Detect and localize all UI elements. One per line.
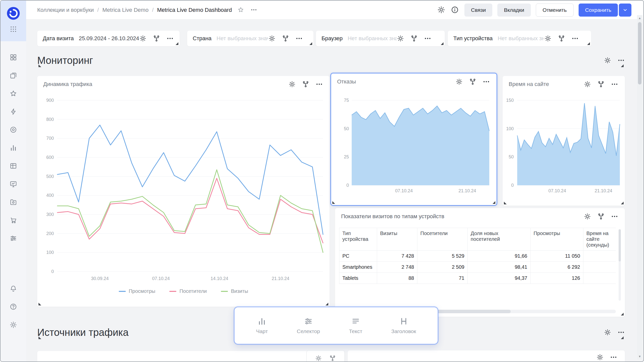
resize-handle[interactable]	[493, 201, 495, 204]
legend-item[interactable]: Визиты	[221, 288, 248, 294]
widget-links-icon[interactable]	[469, 78, 476, 85]
resize-handle[interactable]	[504, 202, 507, 204]
sidebar-item-services[interactable]	[9, 126, 17, 134]
widget-gear-icon[interactable]	[596, 353, 604, 361]
widget-device-table[interactable]: Показатели визитов по типам устройств Ти…	[335, 208, 625, 317]
sidebar-item-datasets[interactable]	[9, 162, 17, 170]
filter-country[interactable]: Страна Нет выбранных значений	[187, 31, 313, 46]
filter-links-icon[interactable]	[153, 35, 160, 42]
title-more-icon[interactable]	[251, 7, 258, 14]
widget-links-icon[interactable]	[597, 213, 605, 220]
filter-gear-icon[interactable]	[139, 35, 147, 42]
filter-date-visit[interactable]: Дата визита 25.09.2024 - 26.10.2024	[37, 31, 180, 46]
heading-menu-icon[interactable]	[617, 329, 625, 336]
settings-gear-icon-sidebar[interactable]	[9, 321, 17, 329]
filter-links-icon[interactable]	[558, 35, 565, 42]
breadcrumb-collections[interactable]: Коллекции и воркбуки	[37, 7, 94, 13]
scroll-down-arrow[interactable]: ▼	[637, 353, 642, 359]
apps-grid-icon[interactable]	[9, 25, 17, 33]
widget-links-icon[interactable]	[597, 80, 605, 88]
widget-mini-partial[interactable]	[306, 350, 345, 362]
tabs-button[interactable]: Вкладки	[497, 4, 531, 17]
filter-gear-icon[interactable]	[544, 35, 552, 42]
resize-handle[interactable]	[176, 42, 178, 45]
sidebar-item-collections[interactable]	[9, 71, 17, 79]
save-button[interactable]: Сохранить	[579, 4, 618, 17]
heading-menu-icon[interactable]	[617, 57, 625, 64]
resize-handle[interactable]	[621, 202, 624, 204]
resize-handle[interactable]	[38, 303, 41, 305]
datalens-logo[interactable]	[6, 6, 21, 21]
filter-device-type[interactable]: Тип устройства Нет выбранных значений	[448, 31, 591, 46]
widget-menu-icon[interactable]	[482, 78, 490, 85]
resize-handle[interactable]	[326, 303, 328, 305]
heading-monitoring[interactable]: Мониторинг	[37, 52, 625, 68]
filter-gear-icon[interactable]	[397, 35, 404, 42]
legend-item[interactable]: Просмотры	[119, 288, 155, 294]
sidebar-item-marketplace[interactable]	[9, 216, 17, 224]
tool-add-chart[interactable]: Чарт	[256, 317, 268, 334]
widget-gear-icon[interactable]	[315, 354, 322, 362]
widget-menu-icon[interactable]	[610, 353, 617, 361]
sidebar-item-storage[interactable]	[9, 198, 17, 206]
resize-handle[interactable]	[587, 42, 590, 45]
filter-placeholder[interactable]: Нет выбранных значений	[348, 35, 397, 42]
resize-handle[interactable]	[441, 42, 444, 45]
widget-gear-icon[interactable]	[455, 78, 463, 85]
filter-links-icon[interactable]	[410, 35, 418, 42]
filter-browser[interactable]: Браузер Нет выбранных значений	[316, 31, 445, 46]
sidebar-item-connections[interactable]	[9, 108, 17, 116]
resize-handle[interactable]	[309, 42, 312, 45]
filter-placeholder[interactable]: Нет выбранных значений	[217, 35, 268, 42]
widget-traffic-dynamics[interactable]: Динамика трафика 01002003004005006007008…	[37, 76, 330, 307]
sidebar-item-monitoring[interactable]	[9, 180, 17, 188]
resize-handle[interactable]	[621, 313, 624, 315]
resize-handle[interactable]	[621, 336, 624, 339]
filter-menu-icon[interactable]	[166, 35, 174, 42]
filter-menu-icon[interactable]	[571, 35, 579, 42]
help-icon[interactable]	[9, 303, 17, 311]
breadcrumb-workbook[interactable]: Metrica Live Demo	[102, 7, 148, 13]
sidebar-item-params[interactable]	[9, 234, 17, 242]
resize-handle[interactable]	[332, 201, 335, 204]
resize-handle[interactable]	[38, 336, 41, 339]
resize-handle[interactable]	[621, 64, 624, 67]
page-scrollbar-thumb[interactable]	[638, 22, 641, 84]
heading-gear-icon[interactable]	[604, 329, 611, 336]
filter-menu-icon[interactable]	[424, 35, 431, 42]
tool-add-text[interactable]: Текст	[349, 317, 362, 334]
widget-sources-right-partial[interactable]	[348, 350, 625, 362]
widget-gear-icon[interactable]	[288, 80, 296, 88]
tool-add-heading[interactable]: Заголовок	[391, 317, 416, 334]
favorite-star-icon[interactable]	[237, 7, 245, 14]
sidebar-item-dashboards[interactable]	[9, 53, 17, 61]
filter-menu-icon[interactable]	[295, 35, 303, 42]
widget-gear-icon[interactable]	[584, 213, 591, 220]
dashboard-settings-gear-icon[interactable]	[437, 6, 446, 14]
widget-gear-icon[interactable]	[584, 80, 591, 88]
scrollbar-thumb[interactable]	[619, 229, 621, 261]
scroll-up-arrow[interactable]: ▲	[637, 15, 642, 21]
page-scrollbar[interactable]: ▲ ▼	[637, 15, 642, 359]
filter-placeholder[interactable]: Нет выбранных значений	[498, 35, 544, 42]
tool-add-selector[interactable]: Селектор	[297, 317, 320, 334]
widget-menu-icon[interactable]	[315, 80, 323, 88]
filter-links-icon[interactable]	[282, 35, 289, 42]
sidebar-item-charts[interactable]	[9, 144, 17, 152]
table-vertical-scrollbar[interactable]	[619, 229, 621, 301]
relations-button[interactable]: Связи	[464, 4, 492, 17]
sidebar-item-favorites[interactable]	[9, 89, 17, 98]
legend-item[interactable]: Посетители	[169, 288, 207, 294]
filter-gear-icon[interactable]	[268, 35, 276, 42]
notifications-bell-icon[interactable]	[9, 285, 17, 293]
save-dropdown-button[interactable]	[619, 4, 631, 17]
filter-date-value[interactable]: 25.09.2024 - 26.10.2024	[79, 35, 139, 42]
cancel-button[interactable]: Отменить	[536, 4, 574, 17]
widget-sources-left-partial[interactable]	[37, 351, 330, 362]
info-icon[interactable]	[451, 6, 459, 14]
heading-gear-icon[interactable]	[604, 57, 611, 64]
widget-menu-icon[interactable]	[611, 213, 618, 220]
resize-handle[interactable]	[38, 64, 41, 67]
widget-time-on-site[interactable]: Время на сайте 05010015007.10.2421.10.24	[503, 76, 625, 206]
widget-menu-icon[interactable]	[611, 80, 618, 88]
